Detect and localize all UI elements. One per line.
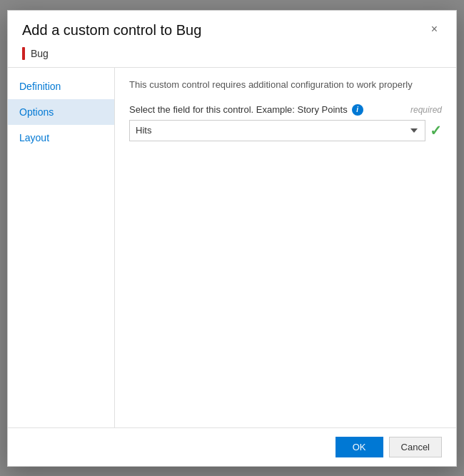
info-message: This custom control requires additional … <box>129 79 442 90</box>
dialog-header: Add a custom control to Bug × <box>8 11 456 44</box>
cancel-button[interactable]: Cancel <box>389 437 442 457</box>
required-text: required <box>410 105 442 115</box>
sidebar-item-options[interactable]: Options <box>8 99 114 125</box>
checkmark-icon: ✓ <box>430 123 442 138</box>
sidebar: Definition Options Layout <box>8 68 115 427</box>
dialog-body: Definition Options Layout This custom co… <box>8 68 456 427</box>
close-button[interactable]: × <box>427 22 442 36</box>
dialog-title: Add a custom control to Bug <box>22 22 201 39</box>
bug-bar-icon <box>22 47 25 60</box>
bug-label: Bug <box>31 48 49 59</box>
ok-button[interactable]: OK <box>336 437 383 457</box>
info-icon[interactable]: i <box>352 104 363 116</box>
select-row: Hits Story Points Effort Remaining Work … <box>129 120 442 141</box>
sidebar-item-layout[interactable]: Layout <box>8 125 114 151</box>
main-content: This custom control requires additional … <box>115 68 456 427</box>
sidebar-item-definition[interactable]: Definition <box>8 74 114 99</box>
field-select[interactable]: Hits Story Points Effort Remaining Work <box>129 120 425 141</box>
dialog: Add a custom control to Bug × Bug Defini… <box>7 10 457 467</box>
field-label: Select the field for this control. Examp… <box>129 104 348 115</box>
bug-label-row: Bug <box>8 44 456 67</box>
field-label-row: Select the field for this control. Examp… <box>129 104 442 116</box>
dialog-footer: OK Cancel <box>8 427 456 466</box>
